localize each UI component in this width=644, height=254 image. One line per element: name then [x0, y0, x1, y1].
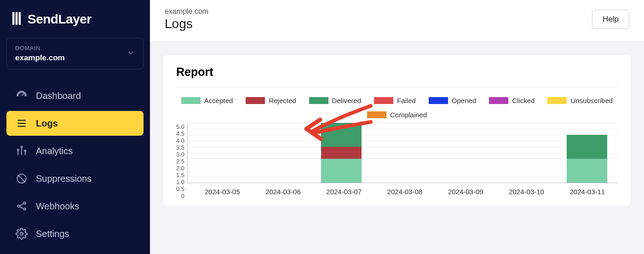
- chart-column: [310, 123, 372, 183]
- bar-segment-delivered: [567, 135, 607, 159]
- legend-swatch-icon: [367, 111, 386, 118]
- brand-name: SendLayer: [28, 12, 92, 27]
- y-tick-label: 2.0: [176, 165, 184, 172]
- legend-swatch-icon: [374, 97, 393, 104]
- legend-swatch-icon: [547, 97, 567, 104]
- svg-point-7: [21, 146, 22, 148]
- sidebar-item-settings[interactable]: Settings: [6, 221, 144, 246]
- brand-logo[interactable]: SendLayer: [6, 8, 144, 38]
- legend-label: Rejected: [269, 97, 296, 104]
- analytics-icon: [16, 145, 28, 157]
- chevron-down-icon: [126, 49, 135, 59]
- svg-line-14: [20, 204, 24, 206]
- legend-label: Failed: [397, 97, 416, 104]
- chart-y-axis: 5.04.54.03.53.02.52.01.51.00.50: [176, 123, 187, 183]
- legend-item-opened[interactable]: Opened: [429, 97, 476, 104]
- svg-point-11: [17, 205, 19, 207]
- report-title: Report: [176, 65, 618, 79]
- sidebar-item-logs[interactable]: Logs: [6, 111, 144, 136]
- legend-item-delivered[interactable]: Delivered: [309, 97, 361, 104]
- sidebar-item-analytics[interactable]: Analytics: [6, 139, 144, 163]
- x-tick-label: 2024-03-09: [435, 183, 496, 196]
- sidebar-item-label: Logs: [36, 118, 58, 129]
- legend-item-accepted[interactable]: Accepted: [181, 97, 233, 104]
- settings-icon: [16, 228, 28, 240]
- chart: 5.04.54.03.53.02.52.01.51.00.50: [176, 123, 618, 183]
- bar-segment-accepted: [321, 159, 362, 183]
- chart-x-axis: 2024-03-052024-03-062024-03-072024-03-08…: [192, 183, 618, 196]
- y-tick-label: 1.5: [176, 172, 184, 179]
- help-button[interactable]: Help: [592, 10, 629, 29]
- x-tick-label: 2024-03-06: [253, 183, 313, 196]
- y-tick-label: 3.0: [176, 151, 184, 158]
- chart-plot-area: [187, 123, 618, 183]
- domain-selector-label: DOMAIN: [15, 45, 65, 52]
- svg-point-13: [23, 208, 25, 210]
- domain-selector-value: example.com: [15, 53, 65, 63]
- chart-bar[interactable]: [567, 135, 607, 183]
- legend-swatch-icon: [429, 97, 448, 104]
- chart-bar[interactable]: [321, 123, 362, 183]
- legend-label: Opened: [452, 97, 476, 104]
- legend-swatch-icon: [246, 97, 265, 104]
- sidebar-item-label: Settings: [36, 229, 69, 239]
- sidebar-item-label: Analytics: [36, 146, 73, 156]
- svg-point-6: [17, 149, 19, 150]
- chart-column: [249, 123, 311, 183]
- sidebar-item-dashboard[interactable]: Dashboard: [6, 83, 144, 108]
- legend-label: Accepted: [204, 97, 233, 104]
- suppressions-icon: [16, 173, 28, 185]
- legend-swatch-icon: [309, 97, 328, 104]
- legend-label: Clicked: [512, 97, 535, 104]
- sidebar: SendLayer DOMAIN example.com DashboardLo…: [0, 0, 150, 254]
- legend-swatch-icon: [489, 97, 508, 104]
- x-tick-label: 2024-03-10: [496, 183, 557, 196]
- sidebar-item-label: Suppressions: [36, 173, 92, 184]
- y-tick-label: 0.5: [176, 185, 184, 192]
- svg-line-15: [20, 207, 24, 208]
- domain-selector[interactable]: DOMAIN example.com: [6, 38, 144, 69]
- svg-line-10: [18, 175, 25, 182]
- legend-item-unsubscribed[interactable]: Unsubscribed: [547, 97, 613, 104]
- breadcrumb: example.com: [165, 7, 208, 16]
- sidebar-item-webhooks[interactable]: Webhooks: [6, 194, 144, 219]
- chart-column: [495, 123, 557, 183]
- svg-point-12: [23, 202, 25, 204]
- sidebar-nav: DashboardLogsAnalyticsSuppressionsWebhoo…: [6, 83, 144, 246]
- legend-item-failed[interactable]: Failed: [374, 97, 416, 104]
- logs-icon: [16, 117, 28, 129]
- sidebar-item-label: Webhooks: [36, 201, 79, 212]
- legend-item-rejected[interactable]: Rejected: [246, 97, 296, 104]
- bar-segment-rejected: [321, 147, 362, 159]
- legend-item-complained[interactable]: Complained: [367, 111, 427, 119]
- chart-column: [372, 123, 434, 183]
- x-tick-label: 2024-03-08: [374, 183, 435, 196]
- y-tick-label: 3.5: [176, 144, 184, 151]
- sidebar-item-suppressions[interactable]: Suppressions: [6, 166, 144, 191]
- sidebar-item-label: Dashboard: [36, 91, 81, 101]
- y-tick-label: 2.5: [176, 158, 184, 165]
- legend-item-clicked[interactable]: Clicked: [489, 97, 535, 104]
- svg-point-8: [24, 150, 26, 151]
- chart-legend: AcceptedRejectedDeliveredFailedOpenedCli…: [176, 87, 618, 119]
- x-tick-label: 2024-03-11: [557, 183, 618, 196]
- legend-label: Complained: [390, 111, 427, 119]
- bar-segment-accepted: [567, 159, 607, 183]
- bar-segment-delivered: [321, 123, 362, 147]
- chart-column: [433, 123, 495, 183]
- report-card: Report AcceptedRejectedDeliveredFailedOp…: [163, 55, 631, 206]
- y-tick-label: 4.0: [176, 137, 184, 144]
- y-tick-label: 4.5: [176, 130, 184, 137]
- y-tick-label: 5.0: [176, 123, 184, 130]
- legend-swatch-icon: [181, 97, 201, 104]
- page-header: example.com Logs Help: [150, 0, 644, 42]
- dashboard-icon: [16, 90, 28, 102]
- x-tick-label: 2024-03-05: [192, 183, 253, 196]
- page-title: Logs: [165, 17, 208, 31]
- y-tick-label: 1.0: [176, 179, 184, 185]
- svg-point-16: [20, 232, 23, 236]
- main-content: example.com Logs Help Report AcceptedRej…: [150, 0, 644, 254]
- y-tick-label: 0: [181, 192, 184, 199]
- sendlayer-logo-icon: [10, 11, 23, 28]
- chart-column: [556, 123, 618, 183]
